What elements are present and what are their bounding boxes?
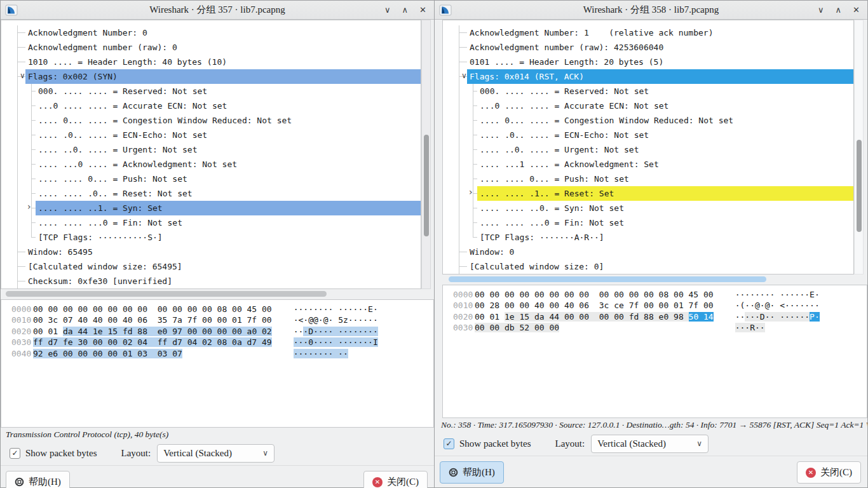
maximize-icon[interactable]: ∧ (836, 6, 842, 14)
titlebar[interactable]: Wireshark · 分组 358 · lib7.pcapng ∨ ∧ ✕ (435, 1, 867, 20)
tree-row-ecn-echo[interactable]: .... .0.. .... = ECN-Echo: Not set (443, 128, 853, 142)
help-lifebuoy-icon (449, 468, 458, 477)
tree-row-ack-raw[interactable]: Acknowledgment number (raw): 4253606040 (443, 40, 853, 55)
minimize-icon[interactable]: ∨ (818, 6, 824, 14)
scrollbar-thumb[interactable] (857, 140, 862, 232)
packet-dialog-358: Wireshark · 分组 358 · lib7.pcapng ∨ ∧ ✕ A… (434, 0, 868, 488)
tree-row-fin[interactable]: .... .... ...0 = Fin: Not set (1, 215, 421, 230)
window-title: Wireshark · 分组 357 · lib7.pcapng (1, 4, 434, 16)
tree-row-window[interactable]: Window: 0 (443, 245, 853, 259)
tree-row-acknowledgment[interactable]: .... ...0 .... = Acknowledgment: Not set (1, 157, 421, 172)
layout-dropdown-value: Vertical (Stacked) (597, 438, 666, 449)
expander-closed-icon[interactable]: › (469, 187, 473, 197)
tree-row-flags[interactable]: ∨Flags: 0x014 (RST, ACK) (443, 69, 853, 84)
hex-row[interactable]: 001000 3c 07 40 40 00 40 06 35 7a 7f 00 … (11, 315, 433, 325)
close-button-label: 关闭(C) (387, 476, 419, 488)
dialog-button-row: 帮助(H) ✕ 关闭(C) (1, 465, 434, 488)
tree-row-ack-number[interactable]: Acknowledgment Number: 0 (1, 25, 421, 40)
tree-row-push[interactable]: .... .... 0... = Push: Not set (1, 172, 421, 186)
layout-label: Layout: (121, 448, 151, 459)
show-packet-bytes-label: Show packet bytes (459, 438, 531, 449)
tree-row-tcp-flags-summary[interactable]: [TCP Flags: ·······A·R··] (443, 230, 853, 245)
hex-row[interactable]: 004092 e6 00 00 00 00 01 03 03 07·······… (11, 348, 433, 359)
tree-row-flags[interactable]: ∨Flags: 0x002 (SYN) (1, 69, 421, 84)
controls-bar: ✓ Show packet bytes Layout: Vertical (St… (435, 431, 867, 456)
tree-row-accurate-ecn[interactable]: ...0 .... .... = Accurate ECN: Not set (443, 98, 853, 113)
expander-open-icon[interactable]: ∨ (20, 71, 25, 80)
minimize-icon[interactable]: ∨ (384, 6, 391, 14)
tree-row-checksum-partial[interactable]: Checksum: 0xfe30 [unverified] (1, 274, 421, 288)
maximize-icon[interactable]: ∧ (402, 6, 409, 14)
close-window-icon[interactable]: ✕ (419, 6, 426, 14)
layout-dropdown[interactable]: Vertical (Stacked)∨ (157, 444, 275, 463)
scrollbar-thumb[interactable] (449, 276, 766, 282)
close-circle-icon: ✕ (806, 468, 816, 478)
expander-closed-icon[interactable]: › (27, 201, 31, 212)
tree-row-calc-window[interactable]: [Calculated window size: 0] (443, 259, 853, 274)
checkmark-icon: ✓ (11, 449, 18, 457)
tree-vertical-scrollbar[interactable] (854, 20, 864, 274)
tree-row-syn[interactable]: ›.... .... ..1. = Syn: Set (1, 201, 421, 215)
tree-row-ack-raw[interactable]: Acknowledgment number (raw): 0 (1, 40, 421, 55)
packet-detail-tree: Acknowledgment Number: 1 (relative ack n… (442, 20, 854, 274)
scrollbar-thumb[interactable] (424, 135, 429, 236)
layout-dropdown[interactable]: Vertical (Stacked)∨ (591, 435, 709, 453)
packet-detail-tree: Acknowledgment Number: 0 Acknowledgment … (1, 20, 421, 289)
window-title: Wireshark · 分组 358 · lib7.pcapng (435, 4, 867, 16)
tree-row-reset[interactable]: ›.... .... .1.. = Reset: Set (443, 186, 853, 201)
hex-row[interactable]: 002000 01 1e 15 da 44 00 00 00 00 fd 88 … (453, 311, 867, 322)
help-lifebuoy-icon (15, 477, 24, 487)
packet-bytes-pane[interactable]: 000000 00 00 00 00 00 00 00 00 00 00 00 … (442, 285, 867, 418)
controls-bar: ✓ Show packet bytes Layout: Vertical (St… (1, 441, 434, 465)
tree-row-ack-number[interactable]: Acknowledgment Number: 1 (relative ack n… (443, 25, 853, 40)
desktop: Wireshark · 分组 357 · lib7.pcapng ∨ ∧ ✕ A… (0, 0, 868, 488)
tree-row-reset[interactable]: .... .... .0.. = Reset: Not set (1, 186, 421, 201)
status-text: No.: 358 · Time: 317.165097930 · Source:… (435, 418, 867, 431)
tree-row-reserved[interactable]: 000. .... .... = Reserved: Not set (443, 84, 853, 98)
tree-row-window[interactable]: Window: 65495 (1, 245, 421, 259)
tree-row-urgent[interactable]: .... ..0. .... = Urgent: Not set (1, 142, 421, 157)
tree-row-urgent[interactable]: .... ..0. .... = Urgent: Not set (443, 142, 853, 157)
hex-row[interactable]: 003000 00 db 52 00 00···R·· (453, 322, 867, 333)
hex-row[interactable]: 000000 00 00 00 00 00 00 00 00 00 00 00 … (11, 304, 433, 315)
hex-row[interactable]: 0030ff d7 fe 30 00 00 02 04 ff d7 04 02 … (11, 337, 433, 348)
close-button[interactable]: ✕ 关闭(C) (797, 461, 861, 484)
close-button-label: 关闭(C) (820, 466, 852, 478)
help-button[interactable]: 帮助(H) (6, 471, 70, 488)
tree-horizontal-scrollbar[interactable] (1, 290, 431, 299)
tree-row-header-length[interactable]: 1010 .... = Header Length: 40 bytes (10) (1, 55, 421, 69)
help-button[interactable]: 帮助(H) (440, 461, 504, 484)
tree-horizontal-scrollbar[interactable] (442, 275, 864, 284)
close-button[interactable]: ✕ 关闭(C) (363, 471, 428, 488)
hex-row[interactable]: 001000 28 00 00 40 00 40 06 3c ce 7f 00 … (453, 300, 867, 311)
layout-dropdown-value: Vertical (Stacked) (163, 448, 232, 459)
packet-dialog-357: Wireshark · 分组 357 · lib7.pcapng ∨ ∧ ✕ A… (0, 0, 434, 488)
tree-row-cwr[interactable]: .... 0... .... = Congestion Window Reduc… (1, 113, 421, 128)
hex-row[interactable]: 000000 00 00 00 00 00 00 00 00 00 00 00 … (453, 289, 867, 300)
hex-row[interactable]: 002000 01 da 44 1e 15 fd 88 e0 97 00 00 … (11, 326, 433, 337)
show-packet-bytes-checkbox[interactable]: ✓ (10, 448, 20, 459)
titlebar[interactable]: Wireshark · 分组 357 · lib7.pcapng ∨ ∧ ✕ (1, 1, 434, 20)
tree-vertical-scrollbar[interactable] (421, 20, 431, 289)
tree-row-cwr[interactable]: .... 0... .... = Congestion Window Reduc… (443, 113, 853, 128)
help-button-label: 帮助(H) (29, 476, 61, 488)
tree-row-push[interactable]: .... .... 0... = Push: Not set (443, 172, 853, 186)
tree-row-tcp-flags-summary[interactable]: [TCP Flags: ··········S·] (1, 230, 421, 245)
tree-row-acknowledgment[interactable]: .... ...1 .... = Acknowledgment: Set (443, 157, 853, 172)
tree-row-header-length[interactable]: 0101 .... = Header Length: 20 bytes (5) (443, 55, 853, 69)
packet-bytes-pane[interactable]: 000000 00 00 00 00 00 00 00 00 00 00 00 … (1, 299, 434, 428)
tree-row-reserved[interactable]: 000. .... .... = Reserved: Not set (1, 84, 421, 98)
help-button-label: 帮助(H) (463, 466, 495, 478)
tree-row-fin[interactable]: .... .... ...0 = Fin: Not set (443, 215, 853, 230)
close-window-icon[interactable]: ✕ (853, 6, 860, 14)
tree-row-ecn-echo[interactable]: .... .0.. .... = ECN-Echo: Not set (1, 128, 421, 142)
show-packet-bytes-label: Show packet bytes (25, 448, 97, 459)
scrollbar-thumb[interactable] (6, 291, 327, 297)
expander-open-icon[interactable]: ∨ (461, 71, 467, 80)
tree-row-accurate-ecn[interactable]: ...0 .... .... = Accurate ECN: Not set (1, 98, 421, 113)
status-text: Transmission Control Protocol (tcp), 40 … (1, 428, 434, 441)
tree-row-syn[interactable]: .... .... ..0. = Syn: Not set (443, 201, 853, 215)
show-packet-bytes-checkbox[interactable]: ✓ (444, 438, 454, 449)
tree-row-calc-window[interactable]: [Calculated window size: 65495] (1, 259, 421, 274)
close-circle-icon: ✕ (372, 477, 383, 487)
